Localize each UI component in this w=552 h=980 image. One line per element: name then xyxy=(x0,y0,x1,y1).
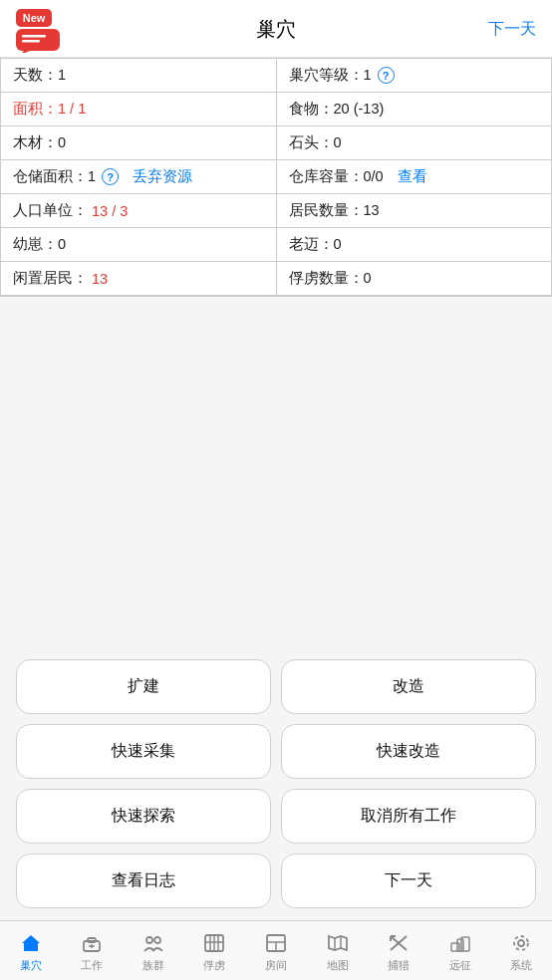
svg-rect-29 xyxy=(457,939,463,951)
population-label: 人口单位： xyxy=(13,201,88,220)
expand-button[interactable]: 扩建 xyxy=(16,659,271,714)
next-day-label: 下一天 xyxy=(385,870,432,891)
svg-rect-4 xyxy=(22,35,46,38)
storage-area-cell: 仓储面积：1 ? 丢弃资源 xyxy=(1,160,277,193)
storage-capacity-cell: 仓库容量：0/0 查看 xyxy=(277,160,553,193)
main-content: 天数：1 巢穴等级：1 ? 面积：1 / 1 食物：20 (-13) 木材：0 … xyxy=(0,58,552,920)
page-title: 巢穴 xyxy=(256,16,296,43)
svg-point-12 xyxy=(154,937,160,943)
map-nav-icon xyxy=(327,933,349,956)
system-nav-icon xyxy=(510,933,532,956)
quick-collect-label: 快速采集 xyxy=(112,741,175,762)
view-storage-button[interactable]: 查看 xyxy=(398,167,427,186)
idle-residents-value: 13 xyxy=(92,271,108,287)
nav-label-expedition: 远征 xyxy=(449,958,471,973)
content-spacer xyxy=(0,297,552,647)
info-row-2: 面积：1 / 1 食物：20 (-13) xyxy=(1,93,552,126)
nav-label-system: 系统 xyxy=(510,958,532,973)
nav-label-prisoner: 俘虏 xyxy=(203,958,225,973)
quick-renovate-button[interactable]: 快速改造 xyxy=(281,724,536,779)
stone-label: 石头：0 xyxy=(289,133,342,152)
nest-level-cell: 巢穴等级：1 ? xyxy=(277,59,553,92)
next-day-header-button[interactable]: 下一天 xyxy=(488,19,536,40)
area-cell: 面积：1 / 1 xyxy=(1,93,277,125)
hunt-nav-icon xyxy=(388,933,410,956)
nest-level-help-icon[interactable]: ? xyxy=(378,67,395,84)
food-label: 食物：20 (-13) xyxy=(289,100,385,119)
svg-point-32 xyxy=(514,936,528,950)
quick-renovate-label: 快速改造 xyxy=(377,741,440,762)
quick-collect-button[interactable]: 快速采集 xyxy=(16,724,271,779)
svg-point-11 xyxy=(146,937,152,943)
prisoners-cell: 俘虏数量：0 xyxy=(277,262,553,295)
info-section: 天数：1 巢穴等级：1 ? 面积：1 / 1 食物：20 (-13) 木材：0 … xyxy=(0,58,552,297)
renovate-button[interactable]: 改造 xyxy=(281,659,536,714)
nest-nav-icon xyxy=(20,933,42,956)
expedition-nav-icon xyxy=(449,933,471,956)
discard-resources-button[interactable]: 丢弃资源 xyxy=(133,167,192,186)
info-row-6: 幼崽：0 老迈：0 xyxy=(1,228,552,262)
svg-point-31 xyxy=(518,940,524,946)
residents-label: 居民数量：13 xyxy=(289,201,380,220)
nav-label-map: 地图 xyxy=(327,958,349,973)
nav-item-tribe[interactable]: 族群 xyxy=(123,929,184,973)
storage-capacity-label: 仓库容量：0/0 xyxy=(289,167,384,186)
new-badge: New xyxy=(16,9,70,56)
bottom-nav: 巢穴 工作 族群 xyxy=(0,920,552,980)
nav-item-map[interactable]: 地图 xyxy=(307,929,369,973)
population-value: 13 / 3 xyxy=(92,203,128,219)
info-row-3: 木材：0 石头：0 xyxy=(1,126,552,160)
nav-item-work[interactable]: 工作 xyxy=(62,929,124,973)
next-day-button[interactable]: 下一天 xyxy=(281,854,536,908)
food-cell: 食物：20 (-13) xyxy=(277,93,553,125)
nav-item-nest[interactable]: 巢穴 xyxy=(0,929,62,973)
population-cell: 人口单位：13 / 3 xyxy=(1,194,277,227)
renovate-label: 改造 xyxy=(393,676,424,697)
residents-cell: 居民数量：13 xyxy=(277,194,553,227)
nav-label-tribe: 族群 xyxy=(142,958,164,973)
svg-marker-3 xyxy=(20,51,30,53)
svg-text:New: New xyxy=(23,12,46,24)
svg-rect-8 xyxy=(88,938,96,942)
idle-residents-label: 闲置居民： xyxy=(13,269,88,288)
stone-cell: 石头：0 xyxy=(277,126,553,159)
nav-item-system[interactable]: 系统 xyxy=(491,929,553,973)
info-row-7: 闲置居民：13 俘虏数量：0 xyxy=(1,262,552,296)
svg-rect-5 xyxy=(22,40,40,43)
work-nav-icon xyxy=(81,933,103,956)
new-badge-area: New xyxy=(16,9,70,51)
days-cell: 天数：1 xyxy=(1,59,277,92)
old-label: 老迈：0 xyxy=(289,235,342,254)
actions-section: 扩建 改造 快速采集 快速改造 快速探索 取消所有工作 查看日志 下一天 xyxy=(0,647,552,920)
young-cell: 幼崽：0 xyxy=(1,228,277,261)
cancel-all-label: 取消所有工作 xyxy=(361,806,456,827)
info-row-1: 天数：1 巢穴等级：1 ? xyxy=(1,59,552,93)
cancel-all-button[interactable]: 取消所有工作 xyxy=(281,789,536,844)
nav-item-room[interactable]: 房间 xyxy=(245,929,307,973)
header: New 巢穴 下一天 xyxy=(0,0,552,58)
nav-item-hunt[interactable]: 捕猎 xyxy=(368,929,429,973)
nav-item-prisoner[interactable]: 俘虏 xyxy=(184,929,246,973)
quick-explore-label: 快速探索 xyxy=(112,806,175,827)
nav-label-room: 房间 xyxy=(265,958,287,973)
wood-label: 木材：0 xyxy=(13,133,66,152)
idle-residents-cell: 闲置居民：13 xyxy=(1,262,277,295)
svg-rect-6 xyxy=(28,946,34,951)
storage-area-help-icon[interactable]: ? xyxy=(102,168,119,185)
room-nav-icon xyxy=(265,933,287,956)
info-row-4: 仓储面积：1 ? 丢弃资源 仓库容量：0/0 查看 xyxy=(1,160,552,194)
expand-label: 扩建 xyxy=(128,676,159,697)
quick-explore-button[interactable]: 快速探索 xyxy=(16,789,271,844)
old-cell: 老迈：0 xyxy=(277,228,553,261)
prisoner-nav-icon xyxy=(203,933,225,956)
view-log-button[interactable]: 查看日志 xyxy=(16,854,271,908)
svg-marker-21 xyxy=(329,936,347,950)
young-label: 幼崽：0 xyxy=(13,235,66,254)
svg-rect-28 xyxy=(451,943,459,951)
nest-level-label: 巢穴等级：1 xyxy=(289,66,372,85)
info-row-5: 人口单位：13 / 3 居民数量：13 xyxy=(1,194,552,228)
nav-label-nest: 巢穴 xyxy=(20,958,42,973)
nav-label-work: 工作 xyxy=(81,958,103,973)
nav-item-expedition[interactable]: 远征 xyxy=(429,929,491,973)
view-log-label: 查看日志 xyxy=(112,870,175,891)
